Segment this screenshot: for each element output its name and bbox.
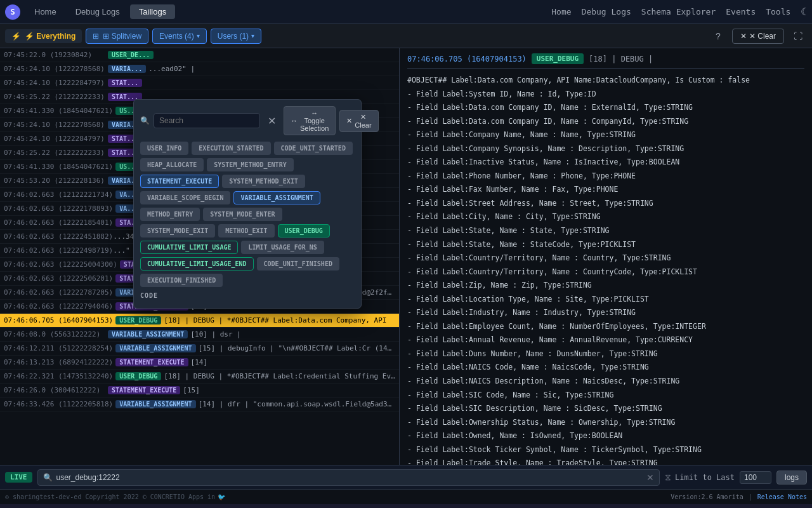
filter-tag-code-unit-started[interactable]: CODE_UNIT_STARTED bbox=[274, 142, 353, 155]
list-item: - Field Label:Industry, Name : Industry,… bbox=[407, 306, 804, 320]
filter-tag-user-info[interactable]: USER_INFO bbox=[140, 142, 188, 155]
table-row[interactable]: 07:45:22.0 (19230842) USER_DE... bbox=[0, 48, 399, 62]
filter-search-input[interactable] bbox=[154, 113, 260, 128]
app-logo: S bbox=[5, 4, 20, 20]
table-row-selected[interactable]: 07:46:06.705 (16407904153) USER_DEBUG [1… bbox=[0, 314, 399, 328]
filter-tag-sys-mode-exit[interactable]: SYSTEM_MODE_EXIT bbox=[140, 224, 215, 237]
logs-button[interactable]: logs bbox=[776, 471, 807, 485]
log-time: 07:46:02.663 (12122221734) bbox=[4, 190, 113, 199]
search-clear-button[interactable]: ✕ bbox=[646, 472, 654, 483]
filter-tag-exec-started[interactable]: EXECUTION_STARTED bbox=[192, 142, 270, 155]
right-nav-home[interactable]: Home bbox=[551, 7, 571, 17]
filter-tag-heap[interactable]: HEAP_ALLOCATE bbox=[140, 158, 204, 171]
list-item: - Field Label:Phone Number, Name : Phone… bbox=[407, 170, 804, 184]
filter-popup: 🔍 ✕ ↔ ↔ Toggle Selection ✕ ✕ Clear USER_… bbox=[133, 99, 362, 309]
right-nav-debug[interactable]: Debug Logs bbox=[582, 7, 631, 17]
list-item: - Field Label:Data.com Company ID, Name … bbox=[407, 115, 804, 129]
filter-tag-exec-fin[interactable]: EXECUTION_FINISHED bbox=[140, 274, 223, 287]
everything-button[interactable]: ⚡ ⚡ Everything bbox=[5, 29, 82, 43]
filter-toggle-button[interactable]: ↔ ↔ Toggle Selection bbox=[284, 106, 336, 135]
list-item: - Field Label:Trade Style, Name : TradeS… bbox=[407, 457, 804, 465]
filter-tag-var-assign[interactable]: VARIABLE_ASSIGNMENT bbox=[233, 191, 320, 204]
filter-tag-code-unit-fin[interactable]: CODE_UNIT_FINISHED bbox=[257, 257, 339, 271]
list-item: - Field Label:SIC Code, Name : Sic, Type… bbox=[407, 389, 804, 403]
nav-tab-home[interactable]: Home bbox=[25, 4, 65, 19]
log-time: 07:46:22.321 (14735132240) bbox=[4, 372, 113, 380]
table-row[interactable]: 07:46:22.321 (14735132240) USER_DEBUG [1… bbox=[0, 370, 399, 384]
events-button[interactable]: Events (4) ▾ bbox=[152, 29, 207, 44]
list-item: - Field Label:Country/Territory, Name : … bbox=[407, 251, 804, 265]
list-item: - Field Label:Inactive Status, Name : Is… bbox=[407, 156, 804, 170]
limit-input[interactable] bbox=[740, 471, 771, 484]
nav-tab-debug[interactable]: Debug Logs bbox=[67, 4, 129, 19]
log-time: 07:46:02.663 (12222498719) bbox=[4, 246, 113, 255]
clear-button[interactable]: ✕ ✕ Clear bbox=[732, 29, 784, 44]
log-time: 07:45:41.330 (18454047621) bbox=[4, 107, 113, 115]
log-time: 07:46:26.0 (3004612222) bbox=[4, 386, 105, 394]
search-input[interactable] bbox=[56, 473, 647, 482]
list-item: - Field Label:State, Name : StateCode, T… bbox=[407, 238, 804, 252]
filter-tag-cum-limit[interactable]: CUMULATIVE_LIMIT_USAGE bbox=[140, 241, 238, 254]
list-item: - Field Label:Fax Number, Name : Fax, Ty… bbox=[407, 183, 804, 197]
log-badge: USER_DE... bbox=[108, 51, 154, 59]
filter-tag-method-exit[interactable]: METHOD_EXIT bbox=[218, 224, 274, 237]
filter-tag-sys-mode-enter[interactable]: SYSTEM_MODE_ENTER bbox=[203, 208, 282, 221]
detail-time: 07:46:06.705 (16407904153) bbox=[407, 55, 527, 64]
lightning-icon: ⚡ bbox=[11, 32, 21, 41]
users-button[interactable]: Users (1) ▾ bbox=[211, 29, 261, 44]
expand-button[interactable]: ⛶ bbox=[789, 27, 807, 45]
log-badge: USER_DEBUG bbox=[115, 372, 161, 380]
filter-tag-limit-ns[interactable]: LIMIT_USAGE_FOR_NS bbox=[241, 241, 324, 254]
log-time: 07:46:06.705 (16407904153) bbox=[4, 316, 113, 324]
footer-separator: | bbox=[749, 493, 752, 500]
footer-release-notes-link[interactable]: Release Notes bbox=[757, 493, 807, 500]
events-label: Events (4) bbox=[159, 32, 194, 41]
filter-tag-stmt-exec[interactable]: STATEMENT_EXECUTE bbox=[140, 175, 219, 188]
log-badge: VARIABLE_ASSIGNMENT bbox=[115, 344, 195, 352]
log-time: 07:46:08.0 (5563122222) bbox=[4, 330, 105, 338]
filter-tag-user-debug[interactable]: USER_DEBUG bbox=[278, 224, 330, 237]
log-time: 07:45:24.10 (1222278568) bbox=[4, 121, 105, 129]
theme-toggle-icon[interactable]: ☾ bbox=[801, 6, 807, 18]
filter-tag-method-entry[interactable]: METHOD_ENTRY bbox=[140, 208, 200, 221]
bottom-bar: LIVE 🔍 ✕ ⧖ Limit to Last logs bbox=[0, 465, 812, 489]
filter-tag-sys-method-entry[interactable]: SYSTEM_METHOD_ENTRY bbox=[207, 158, 293, 171]
right-nav-events[interactable]: Events bbox=[726, 7, 756, 17]
list-item: - Field Label:Country/Territory, Name : … bbox=[407, 265, 804, 279]
search-wrapper: 🔍 ✕ bbox=[37, 469, 660, 486]
table-row[interactable]: 07:45:24.10 (1222284797) STAT... bbox=[0, 76, 399, 90]
list-item: - Field Label:Company Synopsis, Name : D… bbox=[407, 142, 804, 156]
table-row[interactable]: 07:45:24.10 (1222278568) VARIA... ...ead… bbox=[0, 62, 399, 76]
footer-version: Version:2.6 Amorita bbox=[671, 493, 743, 500]
social-linkedin-icon[interactable]: in bbox=[207, 493, 215, 500]
filter-tag-sys-method-exit[interactable]: SYSTEM_METHOD_EXIT bbox=[222, 175, 304, 188]
list-item: - Field Label:Company Name, Name : Name,… bbox=[407, 128, 804, 142]
right-nav-schema[interactable]: Schema Explorer bbox=[641, 7, 716, 17]
filter-clear-icon: ✕ bbox=[346, 117, 352, 125]
log-time: 07:45:22.0 (19230842) bbox=[4, 51, 105, 59]
table-row[interactable]: 07:46:12.211 (51222228254) VARIABLE_ASSI… bbox=[0, 342, 399, 356]
table-row[interactable]: 07:46:13.213 (68924122222) STATEMENT_EXE… bbox=[0, 356, 399, 370]
filter-tag-var-scope[interactable]: VARIABLE_SCOPE_BEGIN bbox=[140, 191, 230, 204]
table-row[interactable]: 07:46:26.0 (3004612222) STATEMENT_EXECUT… bbox=[0, 384, 399, 398]
log-text: [14] bbox=[191, 358, 395, 366]
filter-clear-button[interactable]: ✕ ✕ Clear bbox=[339, 110, 378, 132]
filter-tags: USER_INFO EXECUTION_STARTED CODE_UNIT_ST… bbox=[140, 142, 355, 287]
log-time: 07:46:02.663 (12222506201) bbox=[4, 274, 113, 283]
log-text: [15] | debugInfo | "\n##OBJECT## Label:C… bbox=[199, 344, 395, 352]
list-item: - Field Label:Employee Count, Name : Num… bbox=[407, 320, 804, 334]
log-time: 07:45:25.22 (2122222233) bbox=[4, 149, 105, 157]
filter-tag-cum-limit-end[interactable]: CUMULATIVE_LIMIT_USAGE_END bbox=[140, 257, 254, 271]
table-row[interactable]: 07:46:33.426 (11222205818) VARIABLE_ASSI… bbox=[0, 398, 399, 411]
right-nav-tools[interactable]: Tools bbox=[766, 7, 790, 17]
log-list[interactable]: 🔍 ✕ ↔ ↔ Toggle Selection ✕ ✕ Clear USER_… bbox=[0, 48, 400, 465]
nav-tab-taillogs[interactable]: Taillogs bbox=[130, 4, 175, 19]
table-row[interactable]: 07:46:08.0 (5563122222) VARIABLE_ASSIGNM… bbox=[0, 328, 399, 342]
log-time: 07:46:02.663 (122225004300) bbox=[4, 260, 117, 269]
splitview-button[interactable]: ⊞ ⊞ Splitview bbox=[86, 29, 148, 44]
events-dropdown-arrow: ▾ bbox=[197, 32, 200, 39]
help-button[interactable]: ? bbox=[709, 27, 727, 45]
log-badge: VARIA... bbox=[108, 65, 146, 73]
social-twitter-icon[interactable]: 🐦 bbox=[218, 493, 225, 500]
filter-close-button[interactable]: ✕ bbox=[264, 114, 280, 128]
